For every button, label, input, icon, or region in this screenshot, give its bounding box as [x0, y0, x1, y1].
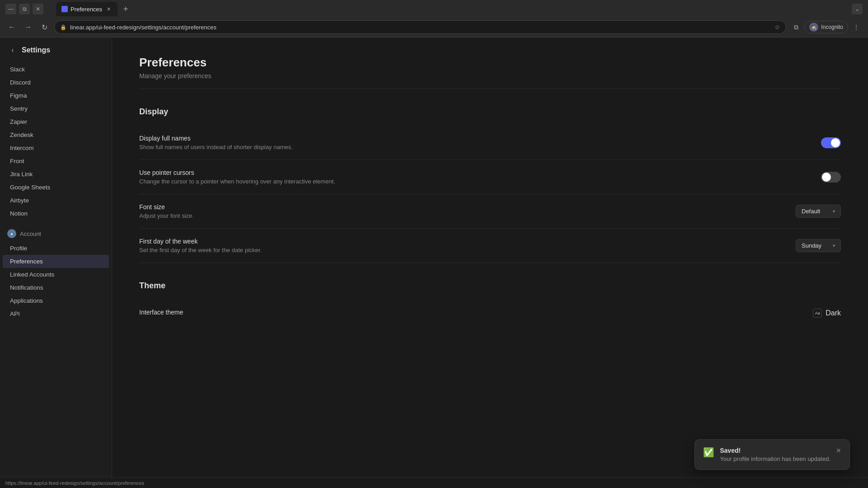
- setting-desc: Show full names of users instead of shor…: [139, 144, 803, 150]
- theme-value: Dark: [826, 309, 841, 317]
- first-day-value: Sunday: [802, 242, 821, 249]
- setting-control: [821, 172, 841, 183]
- sidebar-item-label: Google Sheets: [10, 184, 50, 191]
- setting-row-font-size: Font size Adjust your font size. Default…: [139, 194, 841, 229]
- account-header: ● Account: [0, 225, 112, 242]
- display-full-names-toggle[interactable]: [821, 137, 841, 148]
- page-header: Preferences Manage your preferences: [139, 56, 841, 89]
- sidebar-item-api[interactable]: API: [3, 307, 109, 320]
- font-size-value: Default: [802, 208, 820, 215]
- setting-control: [821, 137, 841, 148]
- toast-close-button[interactable]: ✕: [836, 447, 841, 454]
- setting-desc: Adjust your font size.: [139, 212, 778, 219]
- setting-desc: Set the first day of the week for the da…: [139, 247, 778, 253]
- sidebar-item-label: Airbyte: [10, 197, 29, 204]
- font-size-dropdown[interactable]: Default ▾: [796, 205, 841, 218]
- sidebar-item-label: Zapier: [10, 118, 27, 125]
- close-window-button[interactable]: ✕: [33, 4, 43, 14]
- setting-row-first-day: First day of the week Set the first day …: [139, 229, 841, 263]
- sidebar-item-notifications[interactable]: Notifications: [3, 281, 109, 294]
- sidebar-item-label: Preferences: [10, 258, 43, 265]
- tab-title: Preferences: [71, 6, 102, 13]
- toast-desc: Your profile information has been update…: [720, 455, 830, 462]
- toggle-thumb: [822, 173, 831, 182]
- sidebar-item-front[interactable]: Front: [3, 155, 109, 168]
- chevron-down-icon: ▾: [833, 209, 835, 214]
- setting-info: Font size Adjust your font size.: [139, 203, 778, 219]
- status-bar: https://linear.app/ui-feed-redesign/sett…: [0, 477, 868, 488]
- sidebar-item-applications[interactable]: Applications: [3, 294, 109, 307]
- sidebar-title: Settings: [22, 46, 50, 54]
- theme-section-title: Theme: [139, 281, 841, 291]
- sidebar-item-airbyte[interactable]: Airbyte: [3, 194, 109, 207]
- display-section-title: Display: [139, 107, 841, 117]
- sidebar-item-google-sheets[interactable]: Google Sheets: [3, 181, 109, 194]
- toggle-thumb: [831, 138, 840, 147]
- sidebar-header: ‹ Settings: [0, 38, 112, 61]
- theme-swatch: Aa: [813, 309, 822, 318]
- setting-control: Aa Dark: [813, 309, 841, 318]
- setting-control: Sunday ▾: [796, 239, 841, 252]
- sidebar-item-label: API: [10, 310, 20, 317]
- active-tab[interactable]: Preferences ✕: [56, 2, 118, 16]
- refresh-button[interactable]: ↻: [38, 21, 51, 33]
- tab-bar: Preferences ✕ +: [51, 1, 137, 17]
- sidebar-item-label: Notion: [10, 210, 28, 217]
- extensions-button[interactable]: ⧉: [790, 21, 802, 33]
- setting-control: Default ▾: [796, 205, 841, 218]
- pointer-cursors-toggle[interactable]: [821, 172, 841, 183]
- sidebar: ‹ Settings Slack Discord Figma Sentry Za…: [0, 38, 112, 477]
- toast-notification: ✅ Saved! Your profile information has be…: [694, 439, 850, 470]
- sidebar-item-preferences[interactable]: Preferences: [3, 255, 109, 268]
- setting-info: Interface theme: [139, 309, 795, 318]
- address-bar[interactable]: 🔒 linear.app/ui-feed-redesign/settings/a…: [54, 20, 786, 34]
- maximize-button[interactable]: ⧉: [19, 4, 30, 14]
- sidebar-item-label: Figma: [10, 92, 27, 99]
- sidebar-item-zendesk[interactable]: Zendesk: [3, 128, 109, 141]
- sidebar-item-profile[interactable]: Profile: [3, 242, 109, 255]
- sidebar-item-jira-link[interactable]: Jira Link: [3, 168, 109, 181]
- bookmark-icon: ☆: [774, 23, 780, 31]
- incognito-badge: 🕵 Incognito: [804, 21, 848, 33]
- browser-actions: ⧉ 🕵 Incognito ⋮: [790, 21, 863, 33]
- back-nav-button[interactable]: ←: [5, 21, 18, 33]
- setting-row-pointer-cursors: Use pointer cursors Change the cursor to…: [139, 160, 841, 194]
- toast-title: Saved!: [720, 447, 830, 454]
- sidebar-item-label: Notifications: [10, 284, 43, 291]
- browser-menu-button[interactable]: ⋮: [850, 21, 863, 33]
- sidebar-item-figma[interactable]: Figma: [3, 89, 109, 102]
- sidebar-back-button[interactable]: ‹: [7, 45, 18, 56]
- minimize-button[interactable]: —: [5, 4, 16, 14]
- incognito-label: Incognito: [821, 24, 843, 30]
- setting-info: Display full names Show full names of us…: [139, 135, 803, 150]
- setting-label: Display full names: [139, 135, 803, 142]
- sidebar-item-slack[interactable]: Slack: [3, 63, 109, 76]
- close-tab-button[interactable]: ✕: [105, 5, 112, 13]
- theme-section: Theme Interface theme Aa Dark: [139, 281, 841, 327]
- integrations-section: Slack Discord Figma Sentry Zapier Zendes…: [0, 61, 112, 222]
- new-tab-button[interactable]: +: [119, 3, 132, 15]
- sidebar-item-label: Profile: [10, 245, 27, 252]
- address-bar-row: ← → ↻ 🔒 linear.app/ui-feed-redesign/sett…: [0, 18, 868, 37]
- account-section: ● Account Profile Preferences Linked Acc…: [0, 222, 112, 322]
- first-day-dropdown[interactable]: Sunday ▾: [796, 239, 841, 252]
- sidebar-item-discord[interactable]: Discord: [3, 76, 109, 89]
- theme-preview: Aa Dark: [813, 309, 841, 318]
- setting-info: First day of the week Set the first day …: [139, 238, 778, 253]
- setting-label: Use pointer cursors: [139, 169, 803, 176]
- setting-desc: Change the cursor to a pointer when hove…: [139, 178, 803, 185]
- account-icon: ●: [7, 229, 16, 238]
- sidebar-item-sentry[interactable]: Sentry: [3, 102, 109, 115]
- setting-row-display-full-names: Display full names Show full names of us…: [139, 126, 841, 160]
- url-text: linear.app/ui-feed-redesign/settings/acc…: [70, 24, 771, 31]
- page-subtitle: Manage your preferences: [139, 72, 841, 80]
- sidebar-item-zapier[interactable]: Zapier: [3, 115, 109, 128]
- collapse-button[interactable]: ⌄: [852, 4, 863, 14]
- sidebar-item-label: Discord: [10, 79, 31, 86]
- forward-nav-button[interactable]: →: [22, 21, 34, 33]
- sidebar-item-notion[interactable]: Notion: [3, 207, 109, 220]
- sidebar-item-label: Front: [10, 158, 24, 164]
- setting-label: First day of the week: [139, 238, 778, 245]
- sidebar-item-intercom[interactable]: Intercom: [3, 141, 109, 155]
- sidebar-item-linked-accounts[interactable]: Linked Accounts: [3, 268, 109, 281]
